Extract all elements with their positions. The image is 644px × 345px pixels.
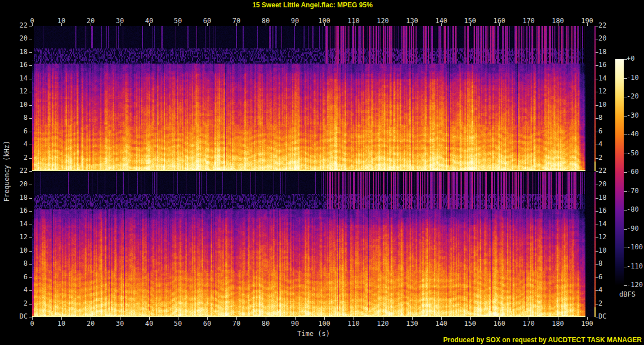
time-tick-mark [383, 23, 383, 26]
freq-tick-label: 18 [598, 48, 606, 56]
time-tick-mark [120, 317, 120, 320]
freq-tick-label: 10 [11, 247, 28, 254]
freq-tick-label: 14 [598, 75, 606, 82]
freq-tick-label: 12 [11, 234, 28, 241]
time-tick-mark [587, 23, 588, 26]
freq-tick-label: 18 [11, 194, 28, 201]
freq-tick-mark [29, 304, 32, 304]
time-tick-mark [354, 317, 354, 320]
time-tick-mark [470, 23, 471, 26]
freq-tick-label: 12 [598, 234, 606, 241]
frequency-axis-title: Frequency (kHz) [3, 141, 11, 201]
freq-tick-mark [596, 92, 598, 92]
freq-tick-label: 22 [598, 167, 606, 174]
freq-tick-mark [29, 264, 32, 265]
freq-tick-label: 6 [11, 274, 28, 281]
time-tick-mark [266, 317, 266, 320]
freq-tick-mark [29, 158, 32, 159]
freq-tick-mark [29, 290, 32, 291]
freq-tick-label: 20 [11, 181, 28, 188]
freq-tick-label: 2 [598, 300, 602, 307]
freq-tick-mark [29, 185, 32, 185]
time-tick-mark [32, 317, 33, 320]
time-tick-label: 80 [254, 320, 277, 328]
time-tick-mark [207, 317, 208, 320]
time-tick-label: 140 [430, 320, 453, 328]
time-tick-mark [529, 317, 529, 320]
freq-tick-mark [596, 251, 598, 252]
spectrogram-right-channel [32, 172, 596, 317]
freq-tick-label: 22 [11, 167, 28, 174]
freq-tick-mark [596, 118, 598, 119]
time-tick-mark [324, 317, 325, 320]
time-tick-label: 50 [167, 320, 189, 328]
freq-tick-label: 4 [11, 141, 28, 148]
freq-tick-label: 12 [598, 88, 606, 95]
time-tick-label: 150 [459, 320, 481, 328]
colorbar-tick-label: +0 [627, 55, 634, 62]
freq-tick-mark [29, 105, 32, 106]
spectrogram-title: 15 Sweet Little Angel.flac: MPEG 95% [0, 1, 625, 9]
time-tick-mark [178, 317, 178, 320]
colorbar-unit-label: dBFS [619, 291, 636, 298]
time-tick-mark [470, 317, 471, 320]
credit-line: Produced by SOX on request by AUCDTECT T… [443, 336, 642, 344]
time-tick-mark [558, 317, 558, 320]
freq-tick-mark [596, 171, 598, 172]
freq-tick-mark [29, 251, 32, 252]
freq-tick-mark [29, 225, 32, 225]
time-tick-label: 120 [372, 320, 394, 328]
colorbar-tick-label: -70 [627, 187, 639, 195]
time-tick-label: 100 [313, 320, 336, 328]
freq-tick-label: 10 [598, 101, 606, 109]
freq-tick-mark [596, 185, 598, 185]
freq-tick-label: 12 [11, 88, 28, 95]
colorbar-tick-label: -20 [627, 93, 639, 100]
freq-tick-mark [596, 304, 598, 304]
freq-tick-label: 20 [598, 181, 606, 188]
freq-tick-label: 4 [598, 286, 602, 294]
freq-tick-mark [596, 211, 598, 212]
freq-tick-mark [29, 52, 32, 53]
time-tick-mark [120, 23, 120, 26]
colorbar-tick-label: -120 [627, 281, 643, 289]
time-tick-mark [61, 317, 62, 320]
freq-tick-mark [29, 211, 32, 212]
freq-tick-label: 14 [11, 221, 28, 228]
time-tick-mark [412, 317, 413, 320]
freq-tick-label: 8 [598, 114, 602, 122]
time-tick-label: 130 [401, 320, 423, 328]
freq-tick-mark [29, 26, 32, 26]
time-tick-mark [499, 317, 500, 320]
freq-tick-mark [29, 277, 32, 278]
colorbar-tick-label: -100 [627, 244, 643, 251]
freq-tick-label: 2 [11, 300, 28, 307]
colorbar-tick-label: -110 [627, 263, 643, 270]
time-tick-mark [295, 317, 296, 320]
freq-tick-mark [596, 132, 598, 132]
time-tick-label: 110 [342, 320, 365, 328]
time-axis-title: Time (s) [297, 330, 330, 338]
freq-tick-label: 10 [598, 247, 606, 254]
time-tick-mark [558, 23, 558, 26]
freq-tick-mark [29, 118, 32, 119]
freq-tick-mark [29, 132, 32, 132]
freq-tick-label: 14 [598, 221, 606, 228]
time-tick-mark [295, 23, 296, 26]
freq-tick-label: 8 [598, 260, 602, 267]
freq-tick-mark [29, 238, 32, 238]
time-tick-label: 40 [138, 320, 160, 328]
sox-spectrogram-window: 15 Sweet Little Angel.flac: MPEG 95% 001… [0, 0, 644, 345]
colorbar-tick-label: -40 [627, 131, 639, 138]
freq-tick-label: 18 [11, 48, 28, 56]
colorbar-tick-label: -90 [627, 225, 639, 232]
time-tick-label: 10 [50, 320, 73, 328]
time-tick-mark [236, 23, 237, 26]
time-tick-mark [207, 23, 208, 26]
freq-tick-label: 14 [11, 75, 28, 82]
spectrogram-left-channel [32, 26, 596, 171]
freq-tick-label: 16 [598, 207, 606, 214]
time-tick-mark [354, 23, 354, 26]
time-tick-label: 180 [547, 320, 569, 328]
time-tick-label: 190 [576, 320, 598, 328]
